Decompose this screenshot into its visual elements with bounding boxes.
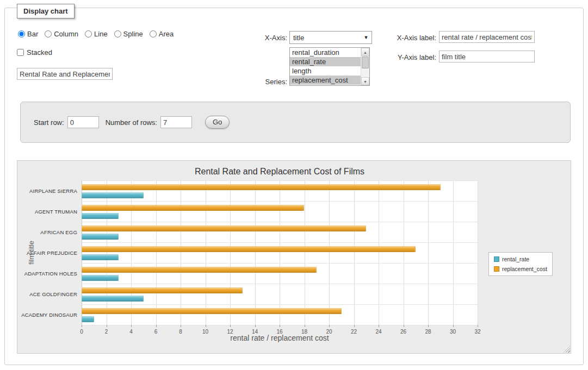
radio-line[interactable]	[85, 30, 92, 37]
gridline-horizontal	[82, 180, 478, 181]
legend-item-rental_rate[interactable]: rental_rate	[494, 256, 547, 262]
x-axis-tick-label: 20	[323, 329, 336, 335]
bar-replacement_cost	[82, 184, 441, 190]
gridline-horizontal	[82, 242, 478, 243]
bar-rental_rate	[82, 254, 119, 260]
x-axis-tick-label: 30	[447, 329, 460, 335]
x-axis-selected-value: title	[290, 34, 361, 42]
x-axis-tick-label: 14	[249, 329, 262, 335]
plot-area	[82, 180, 478, 325]
x-axis-tick	[453, 325, 454, 327]
category-label: AIRPLANE SIERRA	[17, 188, 77, 194]
legend-item-replacement_cost[interactable]: replacement_cost	[494, 266, 547, 272]
radio-label: Area	[159, 30, 174, 38]
x-axis-tick	[181, 325, 181, 327]
legend-swatch-icon	[494, 256, 499, 262]
go-button[interactable]: Go	[205, 116, 230, 129]
x-axis-tick	[156, 325, 157, 327]
chart-title: Rental Rate and Replacement Cost of Film…	[82, 167, 478, 177]
x-axis-tick-label: 24	[372, 329, 385, 335]
x-axis-tick-label: 0	[75, 329, 88, 335]
x-axis-tick	[230, 325, 231, 327]
x-axis-tick-label: 10	[199, 329, 212, 335]
x-axis-select-label: X-Axis:	[227, 34, 287, 42]
x-axis-tick	[107, 325, 107, 327]
x-axis-tick	[305, 325, 305, 327]
radio-option-area: Area	[150, 30, 174, 38]
x-axis-tick	[206, 325, 206, 327]
radio-option-column: Column	[45, 30, 78, 38]
x-axis-tick-label: 12	[224, 329, 237, 335]
gridline-vertical	[478, 180, 478, 325]
legend-swatch-icon	[494, 266, 499, 272]
stacked-checkbox[interactable]	[17, 49, 24, 56]
bar-replacement_cost	[82, 225, 366, 231]
gridline-horizontal	[82, 263, 478, 264]
scroll-down-icon[interactable]: ▼	[361, 77, 369, 85]
x-axis-label-label: X-Axis label:	[376, 34, 436, 42]
category-label: AFFAIR PREJUDICE	[17, 250, 77, 256]
num-rows-input[interactable]	[160, 116, 192, 128]
x-axis-tick	[379, 325, 379, 327]
x-axis-tick	[280, 325, 280, 327]
resize-grip-icon[interactable]	[564, 346, 570, 353]
fieldset-legend: Display chart	[17, 4, 75, 18]
legend-label: replacement_cost	[502, 266, 547, 272]
category-label: ADAPTATION HOLES	[17, 271, 77, 277]
bar-rental_rate	[82, 234, 119, 240]
x-axis-tick	[82, 325, 82, 327]
x-axis-tick	[255, 325, 256, 327]
gridline-vertical	[305, 180, 305, 325]
scrollbar-thumb[interactable]	[362, 57, 369, 68]
gridline-horizontal	[82, 304, 478, 305]
gridline-vertical	[453, 180, 454, 325]
radio-area[interactable]	[150, 30, 157, 37]
gridline-vertical	[404, 180, 404, 325]
series-option-replacement_cost[interactable]: replacement_cost	[290, 76, 369, 85]
scroll-up-icon[interactable]: ▲	[361, 48, 369, 56]
bar-rental_rate	[82, 213, 119, 219]
radio-option-line: Line	[85, 30, 108, 38]
gridline-vertical	[82, 180, 82, 325]
stacked-checkbox-row: Stacked	[17, 48, 52, 57]
series-multiselect[interactable]: rental_durationrental_ratelengthreplacem…	[289, 47, 370, 86]
x-axis-tick-label: 8	[174, 329, 187, 335]
x-axis-label-input[interactable]	[439, 31, 535, 43]
chevron-down-icon: ▼	[361, 35, 372, 40]
bar-replacement_cost	[82, 205, 304, 211]
gridline-vertical	[206, 180, 206, 325]
y-axis-label-input[interactable]	[439, 51, 535, 62]
chart-type-radio-group: BarColumnLineSplineArea	[18, 30, 180, 38]
chart-title-input[interactable]	[17, 68, 113, 80]
num-rows-label: Number of rows:	[106, 118, 157, 127]
x-axis-tick	[354, 325, 355, 327]
x-axis-tick-label: 2	[100, 329, 113, 335]
x-axis-tick-label: 22	[348, 329, 361, 335]
x-axis-tick	[329, 325, 330, 327]
start-row-label: Start row:	[34, 118, 64, 127]
series-option-rental_duration[interactable]: rental_duration	[290, 48, 369, 57]
bar-replacement_cost	[82, 246, 416, 252]
display-chart-fieldset: Display chart BarColumnLineSplineArea St…	[4, 8, 584, 365]
stacked-label: Stacked	[27, 48, 52, 57]
radio-option-spline: Spline	[114, 30, 143, 38]
series-option-length[interactable]: length	[290, 66, 369, 76]
radio-bar[interactable]	[18, 30, 25, 37]
radio-label: Bar	[27, 30, 38, 38]
bar-rental_rate	[82, 192, 144, 198]
x-axis-tick-label: 32	[471, 329, 484, 335]
x-axis-tick-label: 18	[298, 329, 311, 335]
series-option-rental_rate[interactable]: rental_rate	[290, 57, 369, 66]
rows-panel: Start row: Number of rows: Go	[20, 102, 571, 143]
x-axis-tick	[131, 325, 132, 327]
series-label: Series:	[227, 78, 287, 86]
x-axis-tick-label: 16	[273, 329, 286, 335]
chart-legend: rental_ratereplacement_cost	[488, 252, 553, 276]
bar-replacement_cost	[82, 267, 317, 273]
x-axis-select[interactable]: title ▼	[289, 31, 372, 44]
start-row-input[interactable]	[67, 116, 99, 128]
radio-spline[interactable]	[114, 30, 121, 37]
series-scrollbar[interactable]: ▲ ▼	[361, 48, 369, 85]
radio-column[interactable]	[45, 30, 52, 37]
series-options: rental_durationrental_ratelengthreplacem…	[290, 48, 369, 85]
